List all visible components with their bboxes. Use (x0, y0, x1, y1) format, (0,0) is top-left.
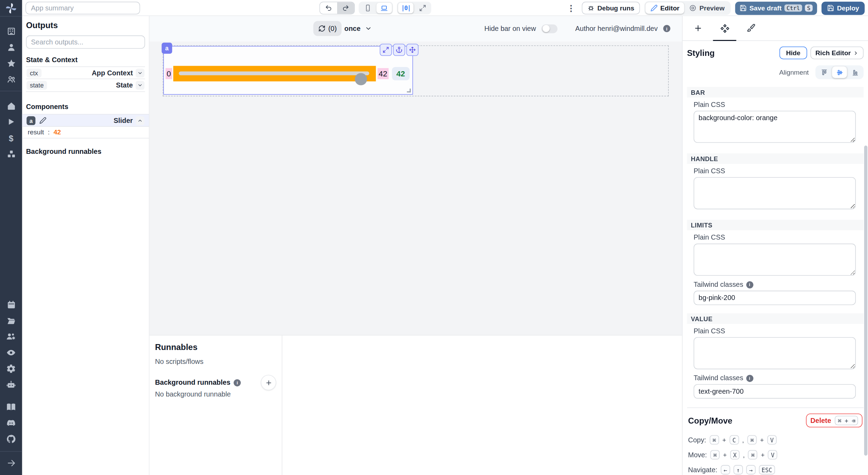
settings-gear-icon[interactable] (0, 362, 22, 375)
app-canvas[interactable]: (0) once Hide bar on view Author henri@w… (149, 16, 682, 335)
output-row-state[interactable]: state State (26, 79, 145, 92)
slider-handle[interactable] (355, 73, 367, 85)
rename-pencil-icon[interactable] (39, 117, 47, 124)
limits-plain-css-textarea[interactable] (694, 244, 856, 276)
workspace-icon[interactable] (0, 24, 22, 38)
home-icon[interactable] (0, 99, 22, 112)
variables-dollar-icon[interactable]: $ (0, 131, 22, 144)
tailwind-classes-label: Tailwind classes i (694, 374, 863, 382)
docs-book-icon[interactable] (0, 400, 22, 414)
schedules-calendar-icon[interactable] (0, 298, 22, 311)
star-icon[interactable] (0, 57, 22, 70)
hide-bar-label: Hide bar on view (484, 25, 536, 32)
save-draft-button[interactable]: Save draft Ctrl S (735, 1, 817, 15)
chevron-up-icon[interactable] (136, 116, 145, 125)
preview-tab[interactable]: Preview (684, 2, 729, 14)
left-nav-rail: $ (0, 0, 22, 475)
kbd-s: S (805, 5, 812, 12)
group-icon[interactable] (0, 73, 22, 86)
discord-icon[interactable] (0, 416, 22, 430)
result-row[interactable]: result : 42 (22, 127, 149, 138)
move-component-button[interactable] (406, 44, 418, 56)
handle-plain-css-textarea[interactable] (694, 177, 856, 209)
editor-tab[interactable]: Editor (645, 2, 685, 14)
deploy-save-icon (827, 5, 834, 12)
folders-icon[interactable] (0, 314, 22, 327)
value-tailwind-input[interactable] (694, 384, 856, 399)
anchor-icon (396, 47, 402, 53)
full-width-button[interactable] (415, 3, 430, 13)
rail-divider (0, 91, 22, 91)
rail-divider (0, 451, 22, 452)
background-runnables-title: Background runnables (155, 379, 230, 386)
github-icon[interactable] (0, 432, 22, 445)
component-settings-tab[interactable] (711, 16, 738, 40)
ctx-id-chip: ctx (27, 68, 42, 77)
refresh-mode-dropdown[interactable]: once (344, 21, 372, 36)
refresh-all-button[interactable]: (0) (313, 21, 342, 36)
collapse-arrow-right-icon[interactable] (0, 456, 22, 469)
rail-divider (0, 16, 22, 17)
ai-robot-icon[interactable] (0, 378, 22, 391)
debug-runs-button[interactable]: Debug runs (582, 2, 640, 15)
user-icon[interactable] (0, 40, 22, 53)
redo-button[interactable] (337, 2, 354, 14)
delete-component-button[interactable]: Delete ⌘ + ⌫ (806, 414, 862, 427)
expand-component-button[interactable] (380, 44, 392, 56)
align-bottom-icon (851, 68, 859, 76)
width-toggle-group: |0| (397, 2, 431, 15)
insert-component-tab[interactable] (685, 16, 711, 40)
ctx-type-label: App Context (92, 69, 133, 77)
add-background-runnable-button[interactable] (261, 375, 276, 390)
chevron-down-icon[interactable] (136, 81, 145, 90)
undo-button[interactable] (320, 2, 337, 14)
plus-icon (694, 24, 703, 33)
centered-width-button[interactable]: |0| (398, 3, 414, 13)
author-info-icon[interactable]: i (663, 25, 670, 32)
hide-bar-toggle[interactable] (542, 24, 558, 33)
kbd-cmd-backspace: ⌘ + ⌫ (835, 416, 858, 425)
slider-bar[interactable] (173, 66, 376, 82)
resources-boxes-icon[interactable] (0, 147, 22, 160)
align-top-button[interactable] (817, 66, 832, 78)
resize-handle-icon[interactable] (407, 89, 411, 92)
app-summary-input[interactable] (25, 2, 140, 15)
value-plain-css-textarea[interactable] (694, 337, 856, 369)
search-outputs-input[interactable] (26, 35, 145, 49)
runnables-title: Runnables (155, 342, 276, 351)
windmill-logo-icon[interactable] (0, 0, 22, 16)
slider-component[interactable]: 0 42 42 (163, 46, 413, 94)
tailwind-info-icon[interactable]: i (746, 375, 753, 382)
theme-brush-tab[interactable] (738, 16, 765, 40)
align-bottom-button[interactable] (848, 66, 862, 78)
align-center-button[interactable] (832, 66, 847, 78)
outputs-title: Outputs (26, 20, 145, 30)
background-runnables-info-icon[interactable]: i (234, 379, 241, 386)
section-handle-header: HANDLE (687, 153, 864, 164)
editor-preview-toggle: Editor Preview (644, 1, 731, 15)
output-row-ctx[interactable]: ctx App Context (26, 66, 145, 79)
plus-icon (265, 379, 272, 386)
state-context-title: State & Context (26, 56, 145, 64)
workers-users-gear-icon[interactable] (0, 330, 22, 343)
hide-styling-button[interactable]: Hide (779, 47, 807, 59)
desktop-view-button[interactable] (376, 3, 392, 13)
tailwind-info-icon[interactable]: i (746, 281, 753, 288)
audit-eye-icon[interactable] (0, 346, 22, 359)
anchor-component-button[interactable] (393, 44, 405, 56)
component-row-slider[interactable]: a Slider (22, 114, 149, 127)
bar-plain-css-textarea[interactable]: background-color: orange (694, 111, 856, 143)
background-empty-label: No background runnable (155, 390, 276, 398)
rich-editor-button[interactable]: Rich Editor (810, 47, 863, 59)
runs-play-icon[interactable] (0, 115, 22, 128)
runnables-empty-label: No scripts/flows (155, 358, 276, 365)
chevron-down-icon[interactable] (136, 68, 145, 77)
topbar-actions: ⋮ Debug runs Editor Preview Save draft C… (565, 2, 865, 15)
mobile-view-button[interactable] (360, 3, 375, 13)
author-label: Author henri@windmill.dev (575, 25, 658, 32)
deploy-button[interactable]: Deploy (821, 1, 865, 15)
limits-tailwind-input[interactable] (694, 291, 856, 305)
slider-track[interactable] (179, 72, 369, 75)
panel-scrollbar-thumb[interactable] (864, 145, 868, 456)
more-menu-kebab-icon[interactable]: ⋮ (565, 3, 577, 13)
